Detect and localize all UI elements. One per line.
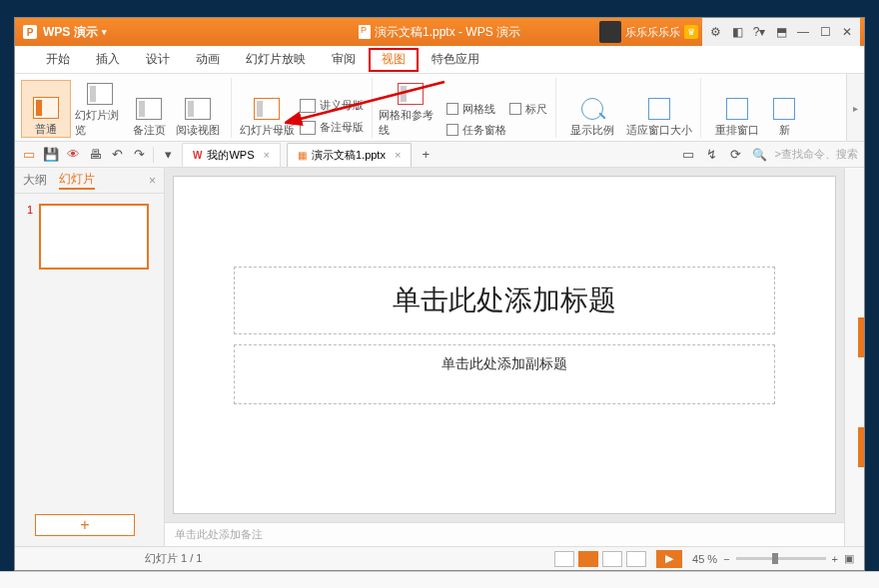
tab-doc-close-icon[interactable]: ×: [395, 149, 401, 161]
status-icon-2[interactable]: ↯: [704, 147, 720, 163]
status-icon-1[interactable]: ▭: [680, 147, 696, 163]
logo-icon: P: [23, 25, 37, 39]
outline-tab[interactable]: 大纲: [23, 172, 47, 189]
grid-guides-label: 网格和参考线: [379, 108, 442, 138]
ribbon: 普通 幻灯片浏览 备注页 阅读视图 幻灯片母版: [15, 74, 864, 142]
presentation-file-icon: [359, 25, 371, 39]
tab-wps-close-icon[interactable]: ×: [264, 149, 270, 161]
slide-sorter-button[interactable]: 幻灯片浏览: [75, 80, 125, 138]
ruler-checkbox[interactable]: 标尺: [509, 102, 547, 117]
slide-master-button[interactable]: 幻灯片母版: [238, 80, 296, 138]
fit-window-icon: [648, 98, 670, 120]
view-outline-btn[interactable]: [554, 551, 574, 567]
print-preview-icon[interactable]: 👁: [65, 147, 81, 163]
grid-guides-button[interactable]: 网格和参考线: [379, 80, 442, 138]
zoom-out-icon[interactable]: −: [723, 553, 729, 565]
reading-view-button[interactable]: 阅读视图: [173, 80, 223, 138]
notes-page-label: 备注页: [133, 123, 166, 138]
titlebar-right: 乐乐乐乐乐 ♛ ⚙ ◧ ?▾ ⬒ — ☐ ✕: [599, 18, 864, 46]
save-icon[interactable]: 💾: [43, 147, 59, 163]
title-placeholder[interactable]: 单击此处添加标题: [234, 267, 776, 334]
add-tab-icon[interactable]: +: [418, 147, 434, 163]
fit-window-label: 适应窗口大小: [626, 123, 692, 138]
view-mode-buttons: [554, 551, 646, 567]
slide-panel: 大纲 幻灯片 × 1 +: [15, 168, 165, 546]
menu-dropdown-icon[interactable]: ▾: [160, 147, 176, 163]
menu-start[interactable]: 开始: [33, 47, 83, 73]
zoom-label: 显示比例: [570, 123, 614, 138]
subtitle-placeholder[interactable]: 单击此处添加副标题: [234, 344, 776, 404]
close-button[interactable]: ✕: [836, 21, 858, 43]
tab-current-doc[interactable]: ▦ 演示文稿1.pptx ×: [287, 143, 412, 167]
tab-wps-label: 我的WPS: [207, 148, 254, 163]
notes-page-icon: [136, 98, 162, 120]
side-panel-footer: +: [15, 504, 164, 546]
gridlines-checkbox[interactable]: 网格线: [446, 102, 495, 117]
menu-insert[interactable]: 插入: [83, 47, 133, 73]
add-slide-button[interactable]: +: [35, 514, 135, 536]
arrange-windows-icon: [726, 98, 748, 120]
handout-master-button[interactable]: 讲义母版: [300, 96, 364, 116]
side-tab-1[interactable]: [858, 317, 864, 357]
ribbon-group-views: 普通 幻灯片浏览 备注页 阅读视图: [21, 78, 232, 138]
user-avatar[interactable]: [599, 21, 621, 43]
play-slideshow-button[interactable]: ▶: [656, 550, 682, 568]
undo-icon[interactable]: ↶: [109, 147, 125, 163]
new-file-icon[interactable]: ▭: [21, 147, 37, 163]
arrange-windows-button[interactable]: 重排窗口: [707, 98, 767, 138]
slides-tab[interactable]: 幻灯片: [59, 171, 95, 190]
notes-page-button[interactable]: 备注页: [129, 80, 169, 138]
normal-view-button[interactable]: 普通: [21, 80, 71, 138]
view-reading-btn[interactable]: [626, 551, 646, 567]
redo-icon[interactable]: ↷: [131, 147, 147, 163]
maximize-button[interactable]: ☐: [814, 21, 836, 43]
ribbon-group-show: 网格和参考线 网格线 标尺 任务窗格: [379, 78, 556, 138]
grid-guides-icon: [398, 83, 424, 105]
menu-review[interactable]: 审阅: [319, 47, 369, 73]
slide-thumbnail-preview: [39, 204, 149, 270]
slide-number-label: 1: [23, 204, 33, 270]
status-icon-3[interactable]: ⟳: [728, 147, 744, 163]
print-icon[interactable]: 🖶: [87, 147, 103, 163]
tab-my-wps[interactable]: W 我的WPS ×: [182, 143, 281, 167]
search-icon[interactable]: 🔍: [752, 148, 767, 162]
zoom-in-icon[interactable]: +: [832, 553, 838, 565]
new-window-button[interactable]: 新: [771, 98, 797, 138]
menu-animation[interactable]: 动画: [183, 47, 233, 73]
slide-thumbnail-1[interactable]: 1: [23, 204, 156, 270]
zoom-button[interactable]: 显示比例: [562, 98, 622, 138]
menu-design[interactable]: 设计: [133, 47, 183, 73]
menu-special[interactable]: 特色应用: [419, 47, 492, 73]
taskpane-checkbox[interactable]: 任务窗格: [446, 123, 547, 138]
zoom-value-label: 45 %: [692, 553, 717, 565]
search-placeholder-label[interactable]: >查找命令、搜索: [775, 147, 858, 162]
magnifier-icon: [581, 98, 603, 120]
slide-editor: 单击此处添加标题 单击此处添加副标题 单击此处添加备注: [165, 168, 844, 546]
view-sorter-btn[interactable]: [602, 551, 622, 567]
fit-screen-icon[interactable]: ▣: [844, 552, 854, 565]
fit-window-button[interactable]: 适应窗口大小: [626, 98, 692, 138]
notes-area[interactable]: 单击此处添加备注: [165, 522, 844, 546]
help-dropdown-icon[interactable]: ?▾: [748, 21, 770, 43]
slide-sorter-label: 幻灯片浏览: [75, 108, 125, 138]
handout-master-icon: [300, 99, 316, 113]
chevron-down-icon[interactable]: ▾: [102, 27, 107, 37]
menu-slideshow[interactable]: 幻灯片放映: [233, 47, 319, 73]
view-normal-btn[interactable]: [578, 551, 598, 567]
panel-close-icon[interactable]: ×: [149, 174, 156, 188]
app-logo[interactable]: P WPS 演示 ▾: [15, 24, 115, 41]
side-tab-2[interactable]: [858, 427, 864, 467]
zoom-slider[interactable]: [736, 557, 826, 560]
skin-icon[interactable]: ◧: [726, 21, 748, 43]
crown-badge-icon[interactable]: ♛: [684, 25, 698, 39]
reading-view-icon: [185, 98, 211, 120]
settings-gear-icon[interactable]: ⚙: [704, 21, 726, 43]
notes-master-button[interactable]: 备注母版: [300, 118, 364, 138]
ribbon-group-master: 幻灯片母版 讲义母版 备注母版: [238, 78, 373, 138]
fullscreen-toggle-icon[interactable]: ⬒: [770, 21, 792, 43]
ribbon-collapse-toggle[interactable]: ▸: [846, 74, 864, 142]
slide-canvas[interactable]: 单击此处添加标题 单击此处添加副标题: [173, 176, 836, 514]
slide-panel-header: 大纲 幻灯片 ×: [15, 168, 164, 194]
minimize-button[interactable]: —: [792, 21, 814, 43]
menu-view[interactable]: 视图: [369, 48, 419, 72]
